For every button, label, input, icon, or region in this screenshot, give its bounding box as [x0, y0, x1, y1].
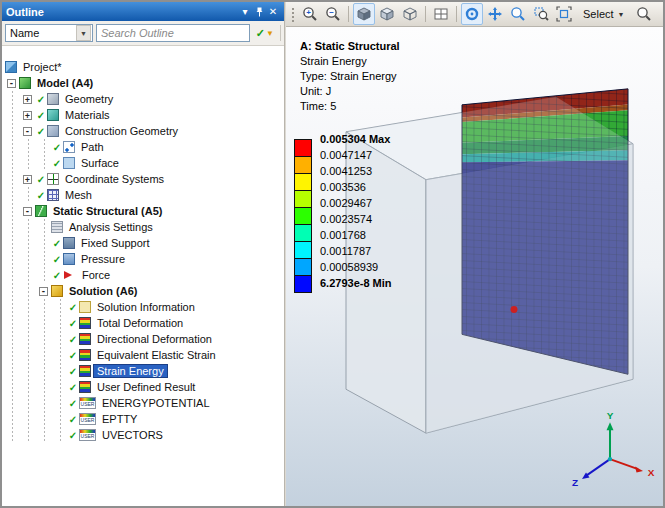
- tree-guide: [21, 251, 37, 267]
- tree-item-strain-energy[interactable]: ✓Strain Energy: [5, 363, 284, 379]
- tree-item-pressure[interactable]: ✓Pressure: [5, 251, 284, 267]
- tree-guide: [5, 251, 21, 267]
- toolbar-separator: [425, 6, 426, 22]
- tree-item-materials[interactable]: +✓Materials: [5, 107, 284, 123]
- user-result-icon: USER: [79, 413, 96, 425]
- legend-label: 0.00058939: [320, 261, 378, 273]
- tree-item-uvectors[interactable]: ✓USERUVECTORS: [5, 427, 284, 443]
- pan-icon[interactable]: [484, 3, 506, 25]
- tree-item-model-a4[interactable]: -Model (A4): [5, 75, 284, 91]
- graphics-toolbar: +−Select▼: [286, 2, 663, 27]
- outline-panel: Outline ▾ ✕ Name ▼ ✓ ▼ Project*-Model (A…: [2, 2, 285, 506]
- check-icon: ✓: [67, 302, 79, 313]
- zoom-to-fit-icon[interactable]: [553, 3, 575, 25]
- tree-item-directional-deformation[interactable]: ✓Directional Deformation: [5, 331, 284, 347]
- zoom-in-icon[interactable]: +: [299, 3, 321, 25]
- box-zoom-icon[interactable]: [530, 3, 552, 25]
- expander-minus-icon[interactable]: -: [21, 203, 35, 219]
- tree-item-static-structural-a5[interactable]: -Static Structural (A5): [5, 203, 284, 219]
- check-icon: ✓: [51, 142, 63, 153]
- expander-minus-icon[interactable]: -: [21, 123, 35, 139]
- tree-guide: [37, 363, 53, 379]
- separator: [280, 25, 281, 41]
- orientation-triad[interactable]: YXZ: [572, 410, 655, 488]
- y-axis-arrow: [607, 422, 614, 430]
- tree-item-solution-information[interactable]: ✓Solution Information: [5, 299, 284, 315]
- tree-guide: [37, 379, 53, 395]
- tree-guide: [21, 155, 37, 171]
- tree-item-coordinate-systems[interactable]: +✓Coordinate Systems: [5, 171, 284, 187]
- result-icon: [79, 365, 91, 377]
- legend-color-cell: [294, 224, 312, 242]
- tree-item-geometry[interactable]: +✓Geometry: [5, 91, 284, 107]
- tree-item-equivalent-elastic-strain[interactable]: ✓Equivalent Elastic Strain: [5, 347, 284, 363]
- tree-item-label: Project*: [20, 61, 65, 73]
- shaded-cube-icon[interactable]: [376, 3, 398, 25]
- surface-icon: [63, 157, 75, 169]
- force-icon: [64, 271, 72, 279]
- magnifier-icon[interactable]: [633, 3, 655, 25]
- tree-guide: [53, 299, 67, 315]
- tree-guide: [5, 107, 21, 123]
- tree-item-fixed-support[interactable]: ✓Fixed Support: [5, 235, 284, 251]
- model-viewport[interactable]: YXZ A: Static Structural Strain Energy T…: [286, 27, 663, 506]
- svg-text:+: +: [306, 8, 311, 17]
- tree-item-construction-geometry[interactable]: -✓Construction Geometry: [5, 123, 284, 139]
- tree-item-eptty[interactable]: ✓USEREPTTY: [5, 411, 284, 427]
- mesh-icon: [47, 189, 59, 201]
- name-filter-dropdown[interactable]: Name ▼: [5, 24, 93, 42]
- zoom-icon[interactable]: [507, 3, 529, 25]
- select-mode-button[interactable]: Select▼: [576, 3, 632, 25]
- outline-tree: Project*-Model (A4)+✓Geometry+✓Materials…: [2, 46, 284, 506]
- check-icon: ✓: [67, 334, 79, 345]
- tree-guide: [37, 347, 53, 363]
- tree-item-solution-a6[interactable]: -Solution (A6): [5, 283, 284, 299]
- legend-color-cell: [294, 190, 312, 208]
- result-icon: [79, 333, 91, 345]
- iso-view-cube-icon[interactable]: [353, 3, 375, 25]
- legend-label: 0.003536: [320, 181, 366, 193]
- tree-guide: [21, 219, 37, 235]
- tree-guide: [5, 187, 21, 203]
- pressure-icon: [63, 253, 75, 265]
- tree-guide: [37, 235, 51, 251]
- chevron-down-icon[interactable]: ▾: [238, 5, 252, 19]
- tree-item-surface[interactable]: ✓Surface: [5, 155, 284, 171]
- expander-plus-icon[interactable]: +: [21, 107, 35, 123]
- wireframe-cube-icon[interactable]: [399, 3, 421, 25]
- tree-guide: [53, 347, 67, 363]
- check-icon: ✓: [67, 414, 79, 425]
- project-icon: [5, 61, 17, 73]
- cube-haze: [426, 144, 633, 433]
- check-icon: ✓: [67, 366, 79, 377]
- rotate-icon[interactable]: [461, 3, 483, 25]
- viewports-grid-icon[interactable]: [430, 3, 452, 25]
- tree-guide: [21, 331, 37, 347]
- outline-titlebar[interactable]: Outline ▾ ✕: [2, 2, 284, 21]
- tree-guide: [21, 267, 37, 283]
- fixed-support-icon: [63, 237, 75, 249]
- expander-minus-icon[interactable]: -: [37, 283, 51, 299]
- tree-item-force[interactable]: ✓Force: [5, 267, 284, 283]
- expander-plus-icon[interactable]: +: [21, 91, 35, 107]
- tree-item-project[interactable]: Project*: [5, 59, 284, 75]
- zoom-out-icon[interactable]: −: [322, 3, 344, 25]
- pin-icon[interactable]: [252, 5, 266, 19]
- select-mode-label: Select: [583, 8, 614, 20]
- search-outline-input[interactable]: [96, 24, 250, 42]
- tree-item-user-defined-result[interactable]: ✓User Defined Result: [5, 379, 284, 395]
- expander-minus-icon[interactable]: -: [5, 75, 19, 91]
- tree-item-mesh[interactable]: ✓Mesh: [5, 187, 284, 203]
- tree-item-label: Model (A4): [34, 77, 96, 89]
- tree-item-total-deformation[interactable]: ✓Total Deformation: [5, 315, 284, 331]
- check-icon: ✓: [35, 94, 47, 105]
- tree-item-path[interactable]: ✓Path: [5, 139, 284, 155]
- filter-overview-button[interactable]: ✓ ▼: [253, 24, 277, 42]
- tree-guide: [37, 411, 53, 427]
- toolbar-grip[interactable]: [290, 6, 295, 22]
- close-icon[interactable]: ✕: [266, 5, 280, 19]
- tree-item-analysis-settings[interactable]: Analysis Settings: [5, 219, 284, 235]
- tree-guide: [37, 427, 53, 443]
- tree-item-energypotential[interactable]: ✓USERENERGYPOTENTIAL: [5, 395, 284, 411]
- expander-plus-icon[interactable]: +: [21, 171, 35, 187]
